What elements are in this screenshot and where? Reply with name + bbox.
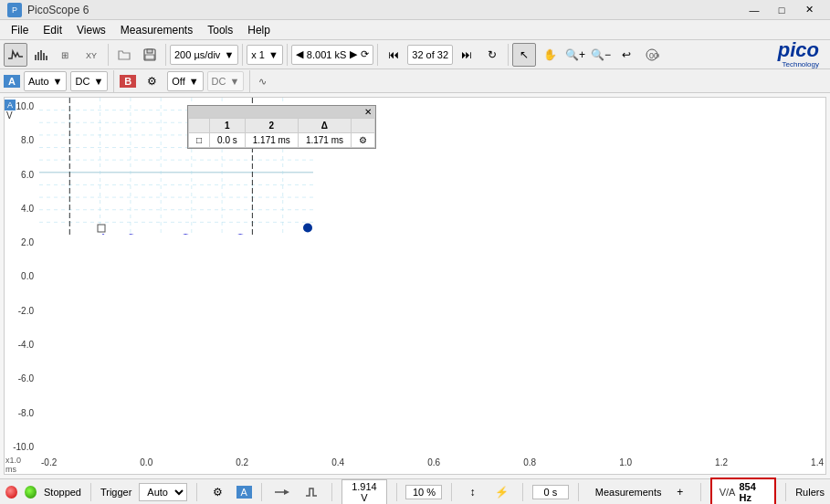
- extra-button[interactable]: 000: [640, 43, 664, 67]
- menubar: File Edit Views Measurements Tools Help: [0, 20, 830, 40]
- channel-b-dc-val: DC: [212, 76, 226, 87]
- sep5: [377, 44, 378, 66]
- trigger-more-button[interactable]: ↕: [461, 480, 483, 504]
- maximize-button[interactable]: □: [768, 0, 795, 20]
- cursor-col0: [189, 119, 210, 133]
- x-label-14: 1.4: [811, 457, 824, 472]
- menu-tools[interactable]: Tools: [200, 22, 240, 38]
- svg-rect-8: [147, 49, 152, 53]
- zoom-out-button[interactable]: 🔍−: [589, 43, 613, 67]
- cursor-table-header[interactable]: ✕: [188, 106, 375, 118]
- scroll-tool-button[interactable]: ✋: [538, 43, 562, 67]
- menu-help[interactable]: Help: [240, 22, 278, 38]
- multiplier-arrow: ▼: [268, 49, 278, 60]
- sep-s5: [396, 483, 397, 501]
- channel-b-settings-button[interactable]: ⚙: [140, 69, 163, 93]
- scope-area[interactable]: A V 10.0 8.0 6.0 4.0 2.0 0.0 -2.0 -4.0 -…: [4, 97, 826, 475]
- svg-text:XY: XY: [86, 51, 97, 60]
- y-label-4: 4.0: [6, 204, 37, 214]
- cursor-row-icon: □: [189, 133, 210, 148]
- save-button[interactable]: [138, 43, 162, 67]
- sep-s7: [522, 483, 523, 501]
- sep-t2-1: [113, 70, 114, 92]
- channel-b-dc-dropdown[interactable]: DC ▼: [207, 71, 245, 91]
- sep-t2-2: [249, 70, 250, 92]
- spectrum-button[interactable]: [29, 43, 53, 67]
- y-label-n6: -6.0: [6, 373, 37, 383]
- multiplier-dropdown[interactable]: x 1 ▼: [247, 45, 283, 65]
- percent-value: 10 %: [405, 485, 442, 499]
- trigger-extra2-button[interactable]: ⚡: [491, 480, 513, 504]
- meas-icon-label: V/A: [720, 487, 736, 498]
- cursor-col3: Δ: [298, 119, 351, 133]
- toolbar1: ⊞ XY 200 µs/div ▼ x 1 ▼ ◀ 8.001 kS ▶ ⟳ ⏮…: [0, 40, 830, 69]
- samples-value: 8.001 kS: [307, 49, 346, 60]
- samples-up[interactable]: ▶: [350, 48, 357, 60]
- samples-down[interactable]: ◀: [296, 48, 303, 60]
- sep-s4: [331, 483, 332, 501]
- y-label-0: 0.0: [6, 271, 37, 281]
- persistence-button[interactable]: ⊞: [55, 43, 79, 67]
- zoom-in-button[interactable]: 🔍+: [563, 43, 587, 67]
- timebase-value: 200 µs/div: [174, 49, 220, 60]
- x-label-08: 0.8: [523, 457, 536, 472]
- y-label-2: 2.0: [6, 237, 37, 247]
- x-label-04: 0.4: [331, 457, 344, 472]
- menu-measurements[interactable]: Measurements: [113, 22, 200, 38]
- goto-start-button[interactable]: ⏮: [382, 43, 405, 67]
- channel-a-dc-val: DC: [75, 76, 89, 87]
- minimize-button[interactable]: —: [741, 0, 768, 20]
- svg-rect-2: [40, 50, 42, 60]
- pico-logo: pico Technology: [778, 40, 826, 68]
- samples-icon[interactable]: ⟳: [361, 48, 369, 60]
- menu-views[interactable]: Views: [69, 22, 113, 38]
- svg-rect-3: [43, 53, 45, 60]
- trigger-settings-button[interactable]: ⚙: [206, 480, 228, 504]
- y-label-n8: -8.0: [6, 408, 37, 418]
- status-led-stopped: [5, 486, 17, 499]
- svg-rect-35: [98, 225, 105, 232]
- time-value: 0 s: [532, 485, 569, 499]
- math-channel-button[interactable]: ∿: [256, 69, 279, 93]
- channel-a-coupling-dropdown[interactable]: Auto ▼: [24, 71, 68, 91]
- measurement-box[interactable]: V/A 854 Hz: [710, 478, 777, 505]
- sep2: [165, 44, 166, 66]
- cursor-settings[interactable]: ⚙: [352, 133, 375, 148]
- cursor-table: ✕ 1 2 Δ □ 0.0 s 1.171 ms: [187, 105, 376, 149]
- trigger-level-button[interactable]: [271, 480, 293, 504]
- undo-zoom-button[interactable]: ↩: [615, 43, 638, 67]
- x-label-12: 1.2: [715, 457, 728, 472]
- menu-file[interactable]: File: [4, 22, 36, 38]
- timebase-dropdown[interactable]: 200 µs/div ▼: [170, 45, 238, 65]
- cursor-col4: [352, 119, 375, 133]
- open-button[interactable]: [112, 43, 136, 67]
- add-measurement-button[interactable]: +: [669, 480, 691, 504]
- trigger-mode-button[interactable]: [300, 480, 322, 504]
- cursor-val1: 0.0 s: [210, 133, 246, 148]
- xyt-button[interactable]: XY: [80, 43, 104, 67]
- svg-rect-9: [145, 55, 154, 59]
- sep-s9: [700, 483, 701, 501]
- close-cursor-table-button[interactable]: ✕: [364, 107, 372, 117]
- voltage-value: 1.914 V: [341, 479, 386, 505]
- status-channel-label: A: [236, 486, 252, 499]
- y-label-n4: -4.0: [6, 340, 37, 350]
- select-tool-button[interactable]: ↖: [512, 43, 536, 67]
- goto-end-button[interactable]: ⏭: [455, 43, 478, 67]
- scope-mode-button[interactable]: [4, 43, 27, 67]
- trigger-label: Trigger: [100, 487, 131, 498]
- channel-a-dc-dropdown[interactable]: DC ▼: [70, 71, 108, 91]
- sep-s2: [196, 483, 197, 501]
- sep6: [508, 44, 509, 66]
- trigger-dropdown[interactable]: Auto: [139, 483, 187, 501]
- sep-s10: [785, 483, 786, 501]
- sep-s8: [578, 483, 579, 501]
- capture-value: 32 of 32: [412, 49, 448, 60]
- channel-a-label: A: [4, 75, 20, 88]
- close-button[interactable]: ✕: [795, 0, 823, 20]
- auto-scroll-button[interactable]: ↻: [480, 43, 504, 67]
- x-scale: x1.0: [5, 456, 21, 465]
- channel-b-off-dropdown[interactable]: Off ▼: [167, 71, 203, 91]
- meas-value: 854 Hz: [739, 481, 767, 503]
- menu-edit[interactable]: Edit: [36, 22, 69, 38]
